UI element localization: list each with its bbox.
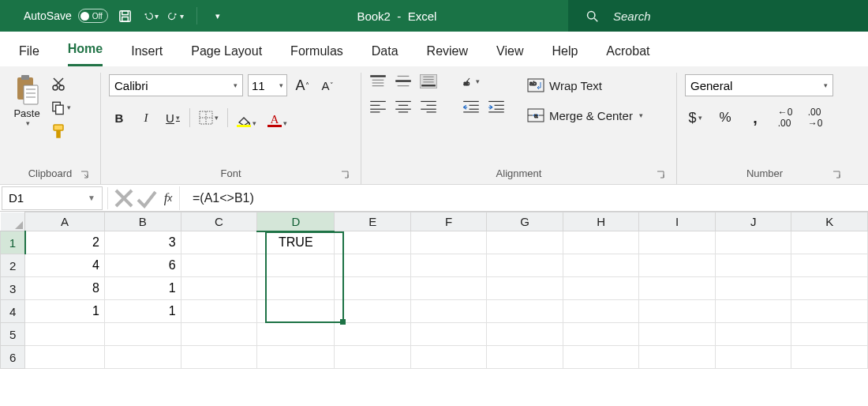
cell-E4[interactable] <box>335 300 411 323</box>
decrease-indent-button[interactable] <box>462 100 480 114</box>
cell-C5[interactable] <box>181 323 257 346</box>
cell-J1[interactable] <box>715 231 791 254</box>
col-header-K[interactable]: K <box>791 212 868 231</box>
align-top-button[interactable] <box>369 74 387 88</box>
cell-D3[interactable] <box>257 277 335 300</box>
cell-B3[interactable]: 1 <box>104 277 181 300</box>
accounting-format-button[interactable]: $▾ <box>685 107 705 128</box>
cell-B5[interactable] <box>104 323 181 346</box>
cell-H4[interactable] <box>563 300 639 323</box>
cell-H5[interactable] <box>563 323 639 346</box>
cut-button[interactable] <box>51 76 71 92</box>
cell-C1[interactable] <box>181 231 257 254</box>
borders-button[interactable]: ▾ <box>196 107 221 128</box>
search-box[interactable]: Search <box>568 0 868 32</box>
cell-A4[interactable]: 1 <box>25 300 105 323</box>
cell-J4[interactable] <box>715 300 791 323</box>
cell-A2[interactable]: 4 <box>25 254 105 277</box>
increase-indent-button[interactable] <box>488 100 505 114</box>
cell-D1[interactable]: TRUE <box>257 231 335 254</box>
cell-G6[interactable] <box>487 346 563 369</box>
clipboard-launcher[interactable] <box>80 170 91 181</box>
row-header-6[interactable]: 6 <box>1 346 25 369</box>
row-header-4[interactable]: 4 <box>1 300 25 323</box>
col-header-C[interactable]: C <box>181 212 257 231</box>
format-painter-button[interactable] <box>51 123 71 139</box>
cell-A1[interactable]: 2 <box>25 231 105 254</box>
cell-A6[interactable] <box>25 346 105 369</box>
tab-view[interactable]: View <box>496 44 523 66</box>
underline-button[interactable]: U▾ <box>163 107 183 128</box>
col-header-G[interactable]: G <box>487 212 563 231</box>
enter-formula-button[interactable] <box>135 187 157 209</box>
cell-D5[interactable] <box>257 323 335 346</box>
cell-E2[interactable] <box>335 254 411 277</box>
cell-E3[interactable] <box>335 277 411 300</box>
cell-D4[interactable] <box>257 300 335 323</box>
cell-C3[interactable] <box>181 277 257 300</box>
paste-button[interactable]: Paste ▾ <box>8 74 46 127</box>
undo-button[interactable]: ▾ <box>143 8 159 24</box>
cell-K3[interactable] <box>791 277 868 300</box>
cell-F6[interactable] <box>410 346 487 369</box>
cell-H6[interactable] <box>563 346 639 369</box>
number-launcher[interactable] <box>832 170 843 181</box>
align-middle-button[interactable] <box>395 74 412 88</box>
cell-C6[interactable] <box>181 346 257 369</box>
row-header-5[interactable]: 5 <box>1 323 25 346</box>
cell-J3[interactable] <box>715 277 791 300</box>
italic-button[interactable]: I <box>136 107 156 128</box>
cell-J6[interactable] <box>715 346 791 369</box>
orientation-button[interactable]: ab▾ <box>462 74 480 88</box>
col-header-A[interactable]: A <box>25 212 105 231</box>
cell-I5[interactable] <box>639 323 716 346</box>
copy-button[interactable]: ▾ <box>51 100 71 115</box>
align-left-button[interactable] <box>369 100 387 114</box>
row-header-2[interactable]: 2 <box>1 254 25 277</box>
cell-K1[interactable] <box>791 231 868 254</box>
cell-K6[interactable] <box>791 346 868 369</box>
cell-H2[interactable] <box>563 254 639 277</box>
cell-B1[interactable]: 3 <box>104 231 181 254</box>
cell-K4[interactable] <box>791 300 868 323</box>
autosave-toggle[interactable]: AutoSave Off <box>24 9 108 23</box>
qat-customize-button[interactable]: ▾ <box>210 8 226 24</box>
tab-review[interactable]: Review <box>427 44 468 66</box>
worksheet[interactable]: ABCDEFGHIJK123TRUE24638141156 <box>0 212 868 369</box>
cell-F5[interactable] <box>410 323 487 346</box>
cell-B6[interactable] <box>104 346 181 369</box>
tab-data[interactable]: Data <box>372 44 398 66</box>
cell-D6[interactable] <box>257 346 335 369</box>
align-right-button[interactable] <box>420 100 437 114</box>
tab-file[interactable]: File <box>19 44 39 66</box>
wrap-text-button[interactable]: ab Wrap Text <box>524 74 646 96</box>
cancel-formula-button[interactable] <box>113 187 135 209</box>
cell-I6[interactable] <box>639 346 716 369</box>
percent-format-button[interactable]: % <box>715 107 735 128</box>
cell-H3[interactable] <box>563 277 639 300</box>
tab-acrobat[interactable]: Acrobat <box>606 44 649 66</box>
tab-formulas[interactable]: Formulas <box>290 44 343 66</box>
cell-A3[interactable]: 8 <box>25 277 105 300</box>
number-format-combo[interactable]: General▾ <box>685 74 833 96</box>
tab-page-layout[interactable]: Page Layout <box>191 44 262 66</box>
shrink-font-button[interactable]: A˅ <box>317 75 338 96</box>
tab-help[interactable]: Help <box>552 44 578 66</box>
cell-A5[interactable] <box>25 323 105 346</box>
col-header-B[interactable]: B <box>104 212 181 231</box>
cell-H1[interactable] <box>563 231 639 254</box>
cell-I2[interactable] <box>639 254 716 277</box>
cell-J5[interactable] <box>715 323 791 346</box>
insert-function-button[interactable]: fx <box>157 187 179 209</box>
cell-C4[interactable] <box>181 300 257 323</box>
autosave-switch[interactable]: Off <box>78 9 108 23</box>
col-header-F[interactable]: F <box>410 212 487 231</box>
row-header-3[interactable]: 3 <box>1 277 25 300</box>
align-bottom-button[interactable] <box>420 74 437 88</box>
increase-decimal-button[interactable]: ←0.00 <box>775 107 795 128</box>
cell-G2[interactable] <box>487 254 563 277</box>
col-header-E[interactable]: E <box>335 212 411 231</box>
cell-I4[interactable] <box>639 300 716 323</box>
paste-dropdown[interactable]: ▾ <box>26 119 30 127</box>
redo-button[interactable]: ▾ <box>168 8 184 24</box>
